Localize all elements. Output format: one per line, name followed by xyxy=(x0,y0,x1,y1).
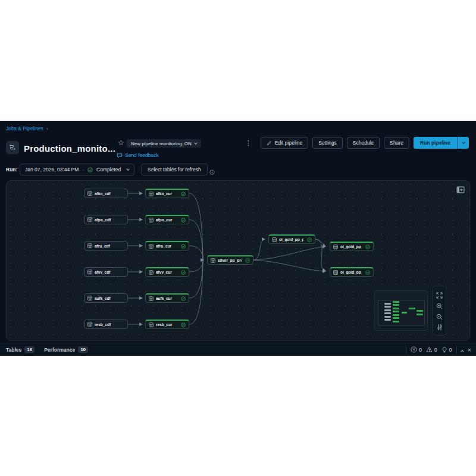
run-timestamp: Jan 07, 2026, 03:44 PM xyxy=(25,167,79,173)
dag-node-afko_cur[interactable]: afko_cur xyxy=(145,189,189,198)
dag-node-silver_pp_pro[interactable]: silver_pp_pro... xyxy=(207,255,253,265)
footer-divider xyxy=(406,346,406,353)
node-label: resb_cur xyxy=(156,322,177,327)
error-counter[interactable]: 0 xyxy=(411,346,422,353)
run-pipeline-dropdown[interactable] xyxy=(457,137,469,149)
minimap-bar xyxy=(393,308,399,309)
monitoring-toggle[interactable]: New pipeline monitoring: ON xyxy=(127,139,201,148)
share-button[interactable]: Share xyxy=(384,137,409,149)
footer-status-icons: 0 0 0 × xyxy=(406,345,471,355)
check-circle-icon xyxy=(87,167,93,173)
settings-label: Settings xyxy=(318,140,337,146)
dot-separator: · xyxy=(82,167,84,173)
kebab-menu-icon[interactable]: ⋮ xyxy=(245,139,252,147)
table-icon xyxy=(149,218,154,223)
fit-to-screen-icon[interactable] xyxy=(436,290,443,301)
settings-button[interactable]: Settings xyxy=(312,137,343,149)
table-icon xyxy=(87,296,92,300)
minimap-bar xyxy=(384,316,391,318)
check-circle-icon xyxy=(181,270,186,275)
dag-node-afko_cdf[interactable]: afko_cdf xyxy=(84,189,128,198)
select-tables-label: Select tables for refresh xyxy=(148,167,201,173)
dag-node-resb_cur[interactable]: resb_cur xyxy=(145,320,189,329)
collapse-panel-icon[interactable] xyxy=(456,185,465,196)
tab-performance-label: Performance xyxy=(44,347,75,353)
check-circle-icon xyxy=(245,258,250,263)
lightbulb-icon xyxy=(441,346,447,353)
dag-node-afvv_cdf[interactable]: afvv_cdf xyxy=(84,267,128,277)
zoom-in-icon[interactable] xyxy=(436,301,443,312)
node-label: oi_gold_pp_pr... xyxy=(340,245,362,249)
select-tables-button[interactable]: Select tables for refresh xyxy=(141,164,208,176)
warning-counter[interactable]: 0 xyxy=(426,346,437,353)
node-label: afko_cur xyxy=(156,192,177,196)
tab-performance[interactable]: Performance 10 xyxy=(44,346,88,353)
dag-canvas[interactable]: afko_cdf afpo_cdf afru_cdf afvv_cdf aufk… xyxy=(6,180,470,341)
run-selector[interactable]: Jan 07, 2026, 03:44 PM · Completed xyxy=(20,164,134,176)
zoom-out-icon[interactable] xyxy=(436,312,443,322)
performance-count-badge: 10 xyxy=(78,346,88,353)
display-options-icon[interactable] xyxy=(437,322,443,333)
pipeline-glyph-icon xyxy=(9,144,16,151)
pipeline-app: Jobs & Pipelines › Production_monito... … xyxy=(0,121,476,356)
node-label: aufk_cur xyxy=(156,296,177,300)
tab-tables[interactable]: Tables 16 xyxy=(6,346,35,353)
pencil-icon xyxy=(267,140,272,146)
node-label: afko_cdf xyxy=(95,192,124,196)
table-icon xyxy=(211,258,215,263)
table-icon xyxy=(149,270,154,275)
close-panel-icon[interactable]: × xyxy=(468,346,471,353)
error-circle-icon xyxy=(411,346,417,353)
share-label: Share xyxy=(390,140,403,146)
dag-node-afpo_cdf[interactable]: afpo_cdf xyxy=(84,215,128,224)
schedule-button[interactable]: Schedule xyxy=(347,137,380,149)
send-feedback-link[interactable]: Send feedback xyxy=(117,152,159,158)
edit-pipeline-label: Edit pipeline xyxy=(275,140,302,146)
run-label: Run: xyxy=(6,167,17,173)
favorite-star-icon[interactable]: ☆ xyxy=(118,139,124,147)
info-icon[interactable] xyxy=(209,167,215,177)
dag-node-oi_gold_pp_pr-3[interactable]: oi_gold_pp_pr... xyxy=(330,267,374,277)
run-status: Completed xyxy=(96,167,121,173)
suggestion-counter[interactable]: 0 xyxy=(441,346,452,353)
breadcrumb-link[interactable]: Jobs & Pipelines xyxy=(6,126,43,131)
check-circle-icon xyxy=(181,218,186,223)
minimap[interactable] xyxy=(374,290,428,331)
check-circle-icon xyxy=(365,245,370,249)
table-icon xyxy=(87,243,92,248)
table-icon xyxy=(149,244,154,249)
node-label: afvv_cdf xyxy=(95,270,124,274)
edit-pipeline-button[interactable]: Edit pipeline xyxy=(261,137,308,149)
dag-node-afru_cur[interactable]: afru_cur xyxy=(145,241,189,250)
table-icon xyxy=(272,237,277,242)
node-label: afpo_cdf xyxy=(95,218,124,222)
dag-node-afvv_cur[interactable]: afvv_cur xyxy=(145,267,189,277)
dag-node-aufk_cur[interactable]: aufk_cur xyxy=(145,293,189,303)
run-pipeline-button[interactable]: Run pipeline xyxy=(414,137,457,149)
minimap-bar xyxy=(384,309,391,311)
dag-node-afpo_cur[interactable]: afpo_cur xyxy=(145,215,189,224)
dag-node-afru_cdf[interactable]: afru_cdf xyxy=(84,241,128,250)
table-icon xyxy=(87,191,92,196)
dag-node-oi_gold_pp_pr-1[interactable]: oi_gold_pp_pr... xyxy=(268,234,315,244)
canvas-toolbar xyxy=(433,286,446,336)
node-label: afvv_cur xyxy=(156,270,177,274)
node-label: aufk_cdf xyxy=(95,296,124,300)
minimap-bar xyxy=(416,310,423,312)
breadcrumb-separator: › xyxy=(46,126,48,131)
table-icon xyxy=(333,245,338,249)
check-circle-icon xyxy=(181,192,186,196)
dag-node-oi_gold_pp_pr-2[interactable]: oi_gold_pp_pr... xyxy=(330,242,374,251)
minimap-bar xyxy=(393,304,399,306)
dag-node-aufk_cdf[interactable]: aufk_cdf xyxy=(84,293,128,303)
minimap-bar xyxy=(384,303,391,305)
minimap-bar xyxy=(402,312,407,314)
table-icon xyxy=(149,192,154,196)
table-icon xyxy=(333,270,338,275)
schedule-label: Schedule xyxy=(353,140,374,146)
minimap-bar xyxy=(393,317,399,319)
dag-node-resb_cdf[interactable]: resb_cdf xyxy=(84,320,128,329)
expand-panel-icon[interactable] xyxy=(461,345,464,355)
tab-tables-label: Tables xyxy=(6,347,21,353)
send-feedback-label: Send feedback xyxy=(125,152,159,158)
